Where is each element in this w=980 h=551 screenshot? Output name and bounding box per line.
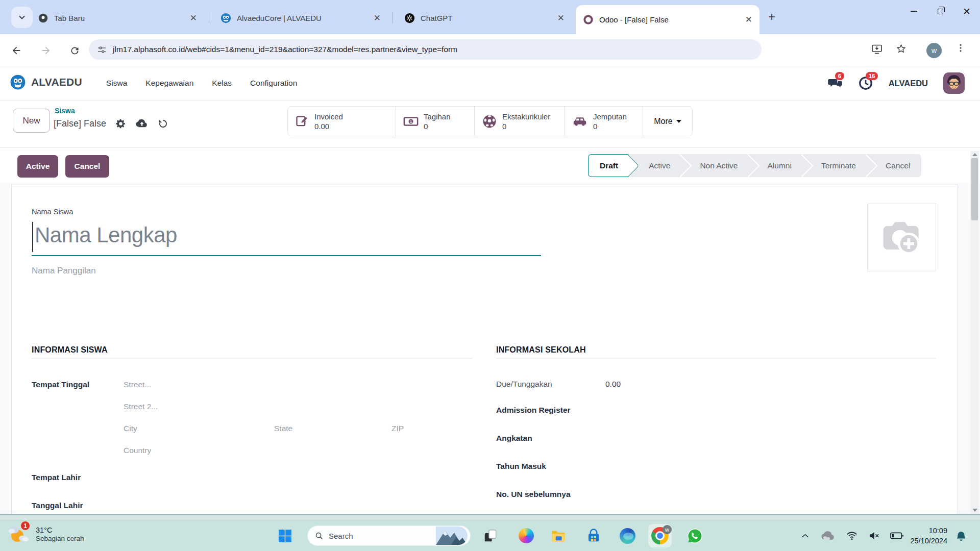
tray-chevron-up-icon[interactable] <box>801 532 810 540</box>
activities-count-badge: 16 <box>866 72 878 80</box>
copilot-icon <box>519 528 534 543</box>
zip-input[interactable]: ZIP <box>391 424 404 433</box>
photo-upload-box[interactable] <box>867 204 936 271</box>
stat-button-ekstakurikuler[interactable]: Ekstakurikuler0 <box>475 107 565 136</box>
tab-search-chevron-button[interactable] <box>11 7 33 28</box>
windows-logo-icon <box>278 529 292 543</box>
reload-icon <box>69 45 80 56</box>
chrome-button[interactable]: w <box>649 525 671 546</box>
control-panel: New Siswa [False] False Invoiced0.00 1 T… <box>0 101 980 148</box>
chrome-icon: w <box>651 527 669 544</box>
microsoft-store-button[interactable] <box>583 525 604 546</box>
vertical-scrollbar[interactable] <box>970 151 979 514</box>
window-restore-button[interactable] <box>927 0 953 22</box>
scroll-down-arrow[interactable] <box>970 507 979 514</box>
copilot-button[interactable] <box>516 525 537 546</box>
tab-close-icon[interactable]: ✕ <box>183 13 197 23</box>
brand-name: ALVAEDU <box>31 76 82 88</box>
form-status-row: Active Cancel Draft Active Non Active Al… <box>0 148 980 183</box>
discard-undo-icon[interactable] <box>158 118 168 129</box>
scrollbar-thumb[interactable] <box>971 158 978 220</box>
tab-separator <box>209 12 209 23</box>
reload-button[interactable] <box>67 43 82 58</box>
save-cloud-icon[interactable] <box>135 118 149 129</box>
street-input[interactable]: Street... <box>124 380 151 389</box>
volume-muted-icon[interactable] <box>868 531 879 540</box>
browser-profile-button[interactable]: w <box>926 43 942 58</box>
name-input-underline <box>32 255 541 256</box>
browser-tab-strip: Tab Baru ✕ AlvaeduCore | ALVAEDU ✕ ChatG… <box>0 0 980 34</box>
cancel-button[interactable]: Cancel <box>65 155 109 178</box>
money-bill-icon: 1 <box>403 114 419 129</box>
car-icon <box>572 114 588 129</box>
address-bar[interactable]: jlm17.alphasoft.co.id/web#cids=1&menu_id… <box>89 39 762 60</box>
stat-button-tagihan[interactable]: 1 Tagihan0 <box>396 107 475 136</box>
section-title-informasi-sekolah: INFORMASI SEKOLAH <box>496 345 586 355</box>
tab-close-icon[interactable]: ✕ <box>738 14 752 25</box>
menu-siswa[interactable]: Siswa <box>106 79 127 88</box>
browser-tab-active[interactable]: Odoo - [False] False ✕ <box>576 5 760 34</box>
breadcrumb-parent[interactable]: Siswa <box>55 107 75 115</box>
nickname-input[interactable]: Nama Panggilan <box>32 266 96 276</box>
tab-title: AlvaeduCore | ALVAEDU <box>237 14 322 22</box>
app-brand[interactable]: ALVAEDU <box>10 74 82 90</box>
state-input[interactable]: State <box>274 424 292 433</box>
user-avatar[interactable] <box>943 72 965 94</box>
forward-button[interactable] <box>38 43 54 58</box>
triangle-down-icon <box>972 509 977 512</box>
folder-icon <box>550 528 567 544</box>
start-button[interactable] <box>274 525 296 546</box>
stat-value: 0 <box>502 121 550 131</box>
install-app-button[interactable] <box>871 43 883 55</box>
onedrive-cloud-icon[interactable] <box>820 530 836 541</box>
task-view-button[interactable] <box>480 525 501 546</box>
stat-button-jemputan[interactable]: Jemputan0 <box>565 107 643 136</box>
svg-text:1: 1 <box>410 119 412 123</box>
notifications-bell-button[interactable] <box>955 531 967 545</box>
search-placeholder: Search <box>329 532 436 540</box>
status-step-draft[interactable]: Draft <box>588 154 628 177</box>
browser-tab-2[interactable]: AlvaeduCore | ALVAEDU ✕ <box>213 6 388 30</box>
forward-arrow-icon <box>40 45 52 56</box>
menu-configuration[interactable]: Configuration <box>250 79 297 88</box>
name-input[interactable]: Nama Lengkap <box>35 223 177 247</box>
browser-tab-1[interactable]: Tab Baru ✕ <box>31 6 204 30</box>
scroll-up-arrow[interactable] <box>970 151 979 158</box>
back-button[interactable] <box>9 43 24 58</box>
menu-kelas[interactable]: Kelas <box>212 79 232 88</box>
file-explorer-button[interactable] <box>548 525 569 546</box>
close-icon: ✕ <box>963 6 971 17</box>
tab-title: ChatGPT <box>421 14 453 22</box>
street2-input[interactable]: Street 2... <box>124 402 158 411</box>
settings-gear-icon[interactable] <box>115 118 126 129</box>
tab-close-icon[interactable]: ✕ <box>366 13 381 23</box>
new-button[interactable]: New <box>13 109 50 133</box>
battery-icon[interactable] <box>890 532 903 540</box>
more-stats-button[interactable]: More <box>643 107 692 136</box>
wifi-icon[interactable] <box>846 531 857 540</box>
city-input[interactable]: City <box>124 424 137 433</box>
activities-button[interactable]: 16 <box>858 76 873 91</box>
active-button[interactable]: Active <box>17 155 58 178</box>
clock-widget[interactable]: 10:09 25/10/2024 <box>910 525 947 546</box>
window-minimize-button[interactable] <box>900 0 927 22</box>
window-close-button[interactable]: ✕ <box>953 0 980 22</box>
menu-kepegawaian[interactable]: Kepegawaian <box>145 79 193 88</box>
weather-widget[interactable]: 1 31°C Sebagian cerah <box>7 522 84 545</box>
bookmark-star-button[interactable] <box>895 43 907 55</box>
weather-alert-badge: 1 <box>20 521 30 531</box>
messages-button[interactable]: 6 <box>827 76 843 91</box>
browser-menu-button[interactable] <box>955 43 966 53</box>
browser-tab-3[interactable]: ChatGPT ✕ <box>397 6 572 30</box>
country-input[interactable]: Country <box>124 446 151 455</box>
triangle-up-icon <box>972 153 977 156</box>
taskbar-search-box[interactable]: Search <box>307 525 471 546</box>
whatsapp-button[interactable] <box>684 525 705 546</box>
tab-close-icon[interactable]: ✕ <box>550 13 565 23</box>
edge-button[interactable] <box>617 525 638 546</box>
name-field-label: Nama Siswa <box>32 208 73 216</box>
weather-desc: Sebagian cerah <box>36 535 84 542</box>
stat-button-invoiced[interactable]: Invoiced0.00 <box>288 107 396 136</box>
new-tab-button[interactable]: + <box>764 9 780 26</box>
user-menu[interactable]: ALVAEDU <box>889 79 928 88</box>
